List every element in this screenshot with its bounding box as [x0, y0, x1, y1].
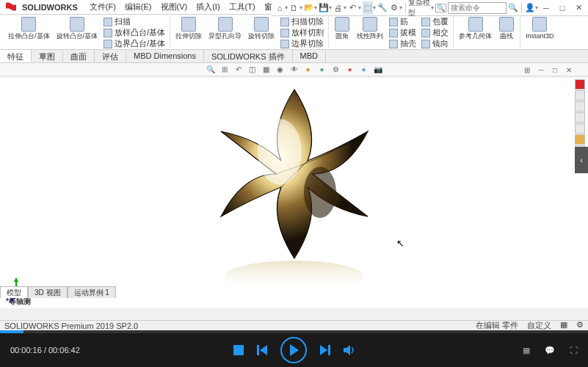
menu-file[interactable]: 文件(F)	[85, 0, 120, 14]
taskpane-file-explorer-icon[interactable]	[575, 112, 585, 123]
brand-text: SOLIDWORKS	[22, 3, 78, 12]
user-icon[interactable]: 👤	[525, 1, 535, 15]
ref-geometry-button[interactable]: 参考几何体	[457, 16, 494, 40]
tab-features[interactable]: 特征	[0, 50, 32, 62]
next-button[interactable]	[320, 345, 330, 355]
save-icon[interactable]: 💾	[319, 1, 329, 15]
app-logo	[3, 1, 19, 14]
minimize-icon[interactable]: ─	[540, 1, 553, 15]
svg-marker-4	[14, 277, 18, 282]
status-unit-icon[interactable]: ▦	[560, 320, 567, 331]
flyout-chevron-left-icon[interactable]: ‹	[575, 147, 588, 173]
loft-button[interactable]: 放样凸台/基体	[102, 27, 167, 38]
taskpane-design-lib-icon[interactable]	[575, 101, 585, 112]
mode-label: 复杂模型	[408, 0, 431, 18]
search-go-icon[interactable]: 🔍	[508, 1, 518, 15]
btab-motion[interactable]: 运动算例 1	[68, 286, 116, 298]
prev-view-icon[interactable]: ↶	[233, 65, 244, 75]
volume-button[interactable]	[344, 345, 355, 355]
linear-pattern-button[interactable]: 线性阵列	[355, 16, 385, 40]
view-settings-icon[interactable]: ⚙	[330, 65, 342, 75]
taskpane-appearances-icon[interactable]	[575, 134, 585, 145]
ribbon-toolbar: 拉伸凸台/基体 旋转凸台/基体 扫描 放样凸台/基体 边界凸台/基体 拉伸切除 …	[0, 15, 588, 50]
btab-3dview[interactable]: 3D 视图	[28, 286, 68, 298]
solidworks-window: SOLIDWORKS 文件(F) 编辑(E) 视图(V) 插入(I) 工具(T)…	[0, 0, 588, 330]
loft-cut-button[interactable]: 放样切割	[279, 27, 325, 38]
svg-rect-9	[233, 345, 244, 355]
tab-mbd[interactable]: MBD	[293, 50, 326, 62]
sweep-button[interactable]: 扫描	[102, 16, 167, 27]
open-icon[interactable]: 📂	[304, 1, 314, 15]
rebuild-icon[interactable]: 🔧	[377, 1, 388, 15]
fullscreen-icon[interactable]: ⛶	[570, 346, 578, 355]
instant3d-button[interactable]: Instant3D	[523, 16, 556, 40]
extrude-cut-button[interactable]: 拉伸切除	[173, 16, 204, 40]
zoom-area-icon[interactable]: ⊞	[219, 65, 231, 75]
home-icon[interactable]: ⌂	[275, 1, 285, 15]
play-button[interactable]	[280, 337, 307, 363]
render2-icon[interactable]: ●	[358, 65, 370, 75]
status-bar: SOLIDWORKS Premium 2019 SP2.0 在编辑 零件 自定义…	[0, 320, 588, 330]
revolve-boss-button[interactable]: 旋转凸台/基体	[54, 16, 101, 40]
options-icon[interactable]: ⚙	[389, 1, 399, 15]
prev-button[interactable]	[257, 345, 267, 355]
apply-scene-icon[interactable]: ●	[316, 65, 328, 75]
stop-button[interactable]	[233, 345, 244, 355]
print-icon[interactable]: 🖨	[333, 1, 344, 15]
tab-addins[interactable]: SOLIDWORKS 插件	[204, 50, 293, 62]
menu-tools[interactable]: 工具(T)	[225, 0, 260, 14]
undo-icon[interactable]: ↶	[348, 1, 358, 15]
tab-sketch[interactable]: 草图	[32, 50, 63, 62]
task-pane	[575, 79, 587, 156]
display-style-icon[interactable]: ◉	[275, 65, 286, 75]
menu-view[interactable]: 视图(V)	[156, 0, 192, 14]
progress-track[interactable]	[0, 330, 588, 333]
taskpane-resources-icon[interactable]	[575, 90, 585, 101]
comment-icon[interactable]: 💬	[545, 346, 555, 355]
taskpane-view-palette-icon[interactable]	[575, 123, 585, 134]
draft-button[interactable]: 拔模	[388, 27, 418, 38]
close-icon[interactable]: ✕	[572, 1, 585, 15]
vp-close-icon[interactable]: ✕	[563, 65, 575, 75]
view-orient-icon[interactable]: ▦	[261, 65, 272, 75]
shell-button[interactable]: 抽壳	[388, 38, 418, 49]
search-input[interactable]	[448, 2, 507, 14]
select-icon[interactable]: ⬚	[363, 1, 373, 15]
hide-show-icon[interactable]: 👁	[288, 65, 300, 75]
vp-expand-icon[interactable]: ⊞	[521, 65, 533, 75]
revolve-cut-button[interactable]: 旋转切除	[246, 16, 277, 40]
svg-point-2	[225, 261, 364, 293]
zoom-fit-icon[interactable]: 🔍	[205, 65, 217, 75]
tab-surface[interactable]: 曲面	[63, 50, 95, 62]
curves-button[interactable]: 曲线	[496, 16, 517, 40]
btab-model[interactable]: 模型	[0, 286, 28, 298]
intersect-button[interactable]: 相交	[420, 27, 450, 38]
menu-edit[interactable]: 编辑(E)	[120, 0, 156, 14]
vp-min-icon[interactable]: ─	[535, 65, 547, 75]
gallery-icon[interactable]: ▦	[523, 346, 530, 355]
status-gear-icon[interactable]: ⚙	[576, 320, 584, 331]
tab-mbd-dim[interactable]: MBD Dimensions	[126, 50, 204, 62]
new-icon[interactable]: 🗋	[289, 1, 300, 15]
section-view-icon[interactable]: ◫	[247, 65, 258, 75]
vp-max-icon[interactable]: □	[549, 65, 561, 75]
tab-evaluate[interactable]: 评估	[95, 50, 126, 62]
mirror-button[interactable]: 镜向	[420, 38, 450, 49]
svg-point-0	[258, 119, 302, 185]
boundary-button[interactable]: 边界凸台/基体	[102, 38, 167, 49]
video-player-bar: 00:00:16 / 00:06:42 ▦ 💬 ⛶	[0, 330, 588, 367]
maximize-icon[interactable]: □	[556, 1, 569, 15]
taskpane-home-icon[interactable]	[575, 79, 585, 90]
time-display: 00:00:16 / 00:06:42	[10, 346, 80, 355]
edit-appearance-icon[interactable]: ●	[302, 65, 314, 75]
hole-wizard-button[interactable]: 异型孔向导	[206, 16, 244, 40]
menu-insert[interactable]: 插入(I)	[192, 0, 224, 14]
fillet-button[interactable]: 圆角	[332, 16, 352, 40]
boundary-cut-button[interactable]: 边界切除	[279, 38, 325, 49]
sweep-cut-button[interactable]: 扫描切除	[279, 16, 325, 27]
graphics-viewport[interactable]: ↖ *等轴测 模型 3D 视图 运动算例 1	[0, 78, 588, 308]
extrude-boss-button[interactable]: 拉伸凸台/基体	[6, 16, 52, 40]
capture-icon[interactable]: 📷	[372, 65, 384, 75]
view-orientation-label: *等轴测	[6, 297, 31, 307]
render-icon[interactable]: ●	[344, 65, 356, 75]
